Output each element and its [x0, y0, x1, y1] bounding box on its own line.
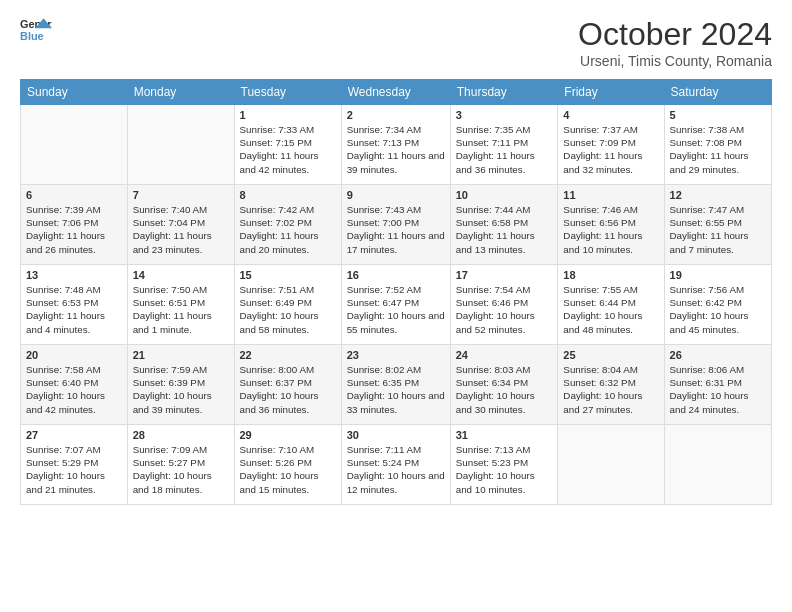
weekday-header: Sunday: [21, 80, 128, 105]
calendar-cell: 22Sunrise: 8:00 AMSunset: 6:37 PMDayligh…: [234, 345, 341, 425]
logo-icon: General Blue: [20, 16, 52, 44]
day-info: Sunrise: 7:50 AMSunset: 6:51 PMDaylight:…: [133, 284, 212, 335]
day-number: 2: [347, 109, 445, 121]
calendar-cell: 3Sunrise: 7:35 AMSunset: 7:11 PMDaylight…: [450, 105, 558, 185]
day-number: 19: [670, 269, 766, 281]
calendar-cell: 24Sunrise: 8:03 AMSunset: 6:34 PMDayligh…: [450, 345, 558, 425]
day-info: Sunrise: 7:07 AMSunset: 5:29 PMDaylight:…: [26, 444, 105, 495]
calendar-cell: 12Sunrise: 7:47 AMSunset: 6:55 PMDayligh…: [664, 185, 771, 265]
calendar-table: SundayMondayTuesdayWednesdayThursdayFrid…: [20, 79, 772, 505]
day-number: 3: [456, 109, 553, 121]
day-number: 17: [456, 269, 553, 281]
calendar-cell: 18Sunrise: 7:55 AMSunset: 6:44 PMDayligh…: [558, 265, 664, 345]
weekday-header: Monday: [127, 80, 234, 105]
day-number: 20: [26, 349, 122, 361]
day-info: Sunrise: 7:40 AMSunset: 7:04 PMDaylight:…: [133, 204, 212, 255]
day-number: 24: [456, 349, 553, 361]
title-block: October 2024 Urseni, Timis County, Roman…: [578, 16, 772, 69]
logo: General Blue: [20, 16, 52, 44]
page-header: General Blue October 2024 Urseni, Timis …: [20, 16, 772, 69]
calendar-cell: [21, 105, 128, 185]
day-number: 5: [670, 109, 766, 121]
calendar-cell: 30Sunrise: 7:11 AMSunset: 5:24 PMDayligh…: [341, 425, 450, 505]
day-info: Sunrise: 7:34 AMSunset: 7:13 PMDaylight:…: [347, 124, 445, 175]
weekday-header: Wednesday: [341, 80, 450, 105]
calendar-cell: 11Sunrise: 7:46 AMSunset: 6:56 PMDayligh…: [558, 185, 664, 265]
day-info: Sunrise: 7:39 AMSunset: 7:06 PMDaylight:…: [26, 204, 105, 255]
day-info: Sunrise: 7:56 AMSunset: 6:42 PMDaylight:…: [670, 284, 749, 335]
calendar-cell: [127, 105, 234, 185]
day-number: 26: [670, 349, 766, 361]
calendar-cell: 13Sunrise: 7:48 AMSunset: 6:53 PMDayligh…: [21, 265, 128, 345]
day-number: 6: [26, 189, 122, 201]
day-info: Sunrise: 7:58 AMSunset: 6:40 PMDaylight:…: [26, 364, 105, 415]
calendar-cell: 19Sunrise: 7:56 AMSunset: 6:42 PMDayligh…: [664, 265, 771, 345]
day-number: 10: [456, 189, 553, 201]
calendar-week-row: 20Sunrise: 7:58 AMSunset: 6:40 PMDayligh…: [21, 345, 772, 425]
calendar-cell: 20Sunrise: 7:58 AMSunset: 6:40 PMDayligh…: [21, 345, 128, 425]
calendar-cell: 10Sunrise: 7:44 AMSunset: 6:58 PMDayligh…: [450, 185, 558, 265]
day-info: Sunrise: 8:03 AMSunset: 6:34 PMDaylight:…: [456, 364, 535, 415]
day-number: 12: [670, 189, 766, 201]
day-info: Sunrise: 7:10 AMSunset: 5:26 PMDaylight:…: [240, 444, 319, 495]
day-number: 31: [456, 429, 553, 441]
day-info: Sunrise: 7:09 AMSunset: 5:27 PMDaylight:…: [133, 444, 212, 495]
day-number: 11: [563, 189, 658, 201]
day-number: 25: [563, 349, 658, 361]
calendar-cell: 4Sunrise: 7:37 AMSunset: 7:09 PMDaylight…: [558, 105, 664, 185]
day-info: Sunrise: 8:02 AMSunset: 6:35 PMDaylight:…: [347, 364, 445, 415]
day-number: 30: [347, 429, 445, 441]
day-info: Sunrise: 7:48 AMSunset: 6:53 PMDaylight:…: [26, 284, 105, 335]
month-title: October 2024: [578, 16, 772, 53]
calendar-cell: 27Sunrise: 7:07 AMSunset: 5:29 PMDayligh…: [21, 425, 128, 505]
day-number: 22: [240, 349, 336, 361]
weekday-header: Thursday: [450, 80, 558, 105]
day-number: 27: [26, 429, 122, 441]
day-info: Sunrise: 7:42 AMSunset: 7:02 PMDaylight:…: [240, 204, 319, 255]
svg-text:Blue: Blue: [20, 30, 44, 42]
calendar-cell: 25Sunrise: 8:04 AMSunset: 6:32 PMDayligh…: [558, 345, 664, 425]
weekday-header: Tuesday: [234, 80, 341, 105]
day-info: Sunrise: 7:52 AMSunset: 6:47 PMDaylight:…: [347, 284, 445, 335]
day-info: Sunrise: 7:47 AMSunset: 6:55 PMDaylight:…: [670, 204, 749, 255]
calendar-cell: 17Sunrise: 7:54 AMSunset: 6:46 PMDayligh…: [450, 265, 558, 345]
day-number: 7: [133, 189, 229, 201]
day-info: Sunrise: 7:51 AMSunset: 6:49 PMDaylight:…: [240, 284, 319, 335]
calendar-cell: 5Sunrise: 7:38 AMSunset: 7:08 PMDaylight…: [664, 105, 771, 185]
calendar-cell: 14Sunrise: 7:50 AMSunset: 6:51 PMDayligh…: [127, 265, 234, 345]
day-number: 16: [347, 269, 445, 281]
day-number: 8: [240, 189, 336, 201]
calendar-cell: [558, 425, 664, 505]
calendar-cell: [664, 425, 771, 505]
calendar-cell: 6Sunrise: 7:39 AMSunset: 7:06 PMDaylight…: [21, 185, 128, 265]
day-number: 15: [240, 269, 336, 281]
day-number: 9: [347, 189, 445, 201]
calendar-cell: 1Sunrise: 7:33 AMSunset: 7:15 PMDaylight…: [234, 105, 341, 185]
day-info: Sunrise: 8:06 AMSunset: 6:31 PMDaylight:…: [670, 364, 749, 415]
calendar-week-row: 6Sunrise: 7:39 AMSunset: 7:06 PMDaylight…: [21, 185, 772, 265]
day-info: Sunrise: 8:00 AMSunset: 6:37 PMDaylight:…: [240, 364, 319, 415]
day-info: Sunrise: 7:35 AMSunset: 7:11 PMDaylight:…: [456, 124, 535, 175]
day-info: Sunrise: 7:44 AMSunset: 6:58 PMDaylight:…: [456, 204, 535, 255]
calendar-cell: 31Sunrise: 7:13 AMSunset: 5:23 PMDayligh…: [450, 425, 558, 505]
calendar-cell: 29Sunrise: 7:10 AMSunset: 5:26 PMDayligh…: [234, 425, 341, 505]
weekday-header-row: SundayMondayTuesdayWednesdayThursdayFrid…: [21, 80, 772, 105]
day-info: Sunrise: 7:37 AMSunset: 7:09 PMDaylight:…: [563, 124, 642, 175]
calendar-cell: 21Sunrise: 7:59 AMSunset: 6:39 PMDayligh…: [127, 345, 234, 425]
day-info: Sunrise: 8:04 AMSunset: 6:32 PMDaylight:…: [563, 364, 642, 415]
day-info: Sunrise: 7:33 AMSunset: 7:15 PMDaylight:…: [240, 124, 319, 175]
day-number: 1: [240, 109, 336, 121]
day-info: Sunrise: 7:55 AMSunset: 6:44 PMDaylight:…: [563, 284, 642, 335]
day-number: 13: [26, 269, 122, 281]
location-subtitle: Urseni, Timis County, Romania: [578, 53, 772, 69]
calendar-week-row: 27Sunrise: 7:07 AMSunset: 5:29 PMDayligh…: [21, 425, 772, 505]
day-number: 29: [240, 429, 336, 441]
day-number: 4: [563, 109, 658, 121]
day-number: 18: [563, 269, 658, 281]
weekday-header: Saturday: [664, 80, 771, 105]
day-info: Sunrise: 7:46 AMSunset: 6:56 PMDaylight:…: [563, 204, 642, 255]
calendar-cell: 15Sunrise: 7:51 AMSunset: 6:49 PMDayligh…: [234, 265, 341, 345]
calendar-cell: 7Sunrise: 7:40 AMSunset: 7:04 PMDaylight…: [127, 185, 234, 265]
day-number: 21: [133, 349, 229, 361]
day-info: Sunrise: 7:11 AMSunset: 5:24 PMDaylight:…: [347, 444, 445, 495]
